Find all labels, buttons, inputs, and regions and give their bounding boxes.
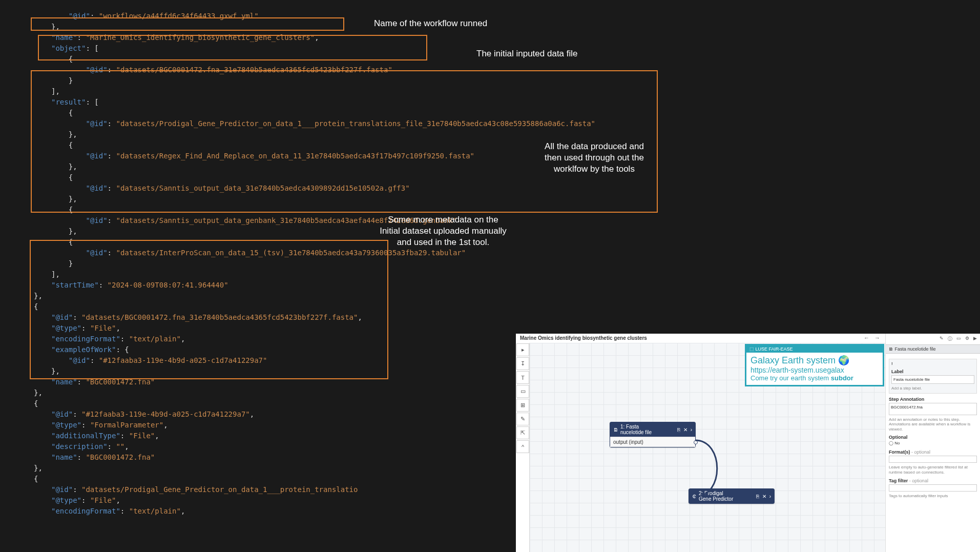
node-title: 2: Prodigal Gene Predictor (699, 490, 733, 502)
tagfilter-input[interactable] (889, 484, 977, 492)
warning-icon: ! (891, 361, 893, 366)
annotation-workflow-name: Name of the workflow runned (374, 18, 487, 29)
annotation-metadata: Some more metadata on the Initial datase… (369, 214, 517, 248)
clone-icon[interactable]: ⎘ (677, 427, 680, 433)
close-icon[interactable]: ✕ (683, 427, 687, 433)
label-input[interactable]: Fasta nucelotide file (891, 375, 974, 384)
label-placeholder-text: Add a step label. (891, 386, 974, 391)
node-output-row: output (input) (610, 437, 695, 447)
workflow-canvas[interactable]: ⬚ LUSE FAIR-EASE Galaxy Earth system 🌍 h… (530, 343, 885, 552)
clone-icon[interactable]: ⎘ (756, 494, 759, 499)
toolbar-pointer-icon[interactable]: ▸ (516, 343, 529, 356)
chevron-right-icon[interactable]: › (691, 427, 692, 433)
galaxy-banner: ⬚ LUSE FAIR-EASE Galaxy Earth system 🌍 h… (745, 344, 884, 386)
close-icon[interactable]: ✕ (762, 494, 766, 499)
formats-help-text: Leave empty to auto-generate filtered li… (889, 465, 977, 475)
node-output-label: output (input) (613, 439, 643, 445)
banner-link[interactable]: https://earth-system.usegalax (750, 366, 879, 374)
warning-note: ! Label Fasta nucelotide file Add a step… (889, 359, 977, 394)
gear-icon[interactable]: ⚙ (965, 336, 969, 342)
panel-action-icons: ✎ ⓘ ▭ ⚙ ▶ (886, 334, 980, 344)
file-icon: 🗎 (613, 427, 618, 433)
optional-field-label: Optional (889, 435, 977, 440)
workflow-node-prodigal[interactable]: ⚙ 2: Prodigal Gene Predictor ⎘ ✕ › (689, 488, 775, 504)
banner-subtitle: Come try our earth system subdor (750, 374, 879, 382)
node-title: 1: Fasta nucelotide file (620, 424, 652, 435)
highlight-box-metadata (30, 240, 388, 379)
formats-field-label: Format(s) - optional (889, 449, 977, 455)
connection-wire (694, 435, 796, 538)
optional-toggle[interactable]: ◯ No (889, 440, 977, 446)
canvas-toolbar: ▸ ↧ T ▭ ⊞ ✎ ⇱ ^ (516, 343, 530, 552)
label-field-label: Label (891, 369, 974, 374)
annotation-results: All the data produced and then used thro… (533, 141, 656, 175)
toolbar-box-icon[interactable]: ▭ (516, 385, 529, 398)
annotation-input[interactable]: BGC0001472.fna (889, 403, 977, 415)
annotation-input-file: The initial inputed data file (476, 48, 578, 59)
banner-top-label: ⬚ LUSE FAIR-EASE (746, 345, 883, 353)
file-icon: 🗎 (889, 346, 895, 352)
tagfilter-field-label: Tag filter - optional (889, 478, 977, 483)
toolbar-edit-icon[interactable]: ✎ (516, 413, 529, 425)
toolbar-home-icon[interactable]: ⇱ (516, 426, 529, 439)
toolbar-text-icon[interactable]: T (516, 371, 529, 384)
chevron-right-icon[interactable]: › (769, 494, 771, 499)
annotation-field-label: Step Annotation (889, 397, 977, 402)
highlight-box-object (38, 35, 427, 60)
toolbar-collapse-icon[interactable]: ^ (516, 440, 529, 453)
tagfilter-help-text: Tags to automatically filter inputs (889, 494, 977, 499)
nav-back-icon[interactable]: ← (864, 335, 869, 341)
nav-forward-icon[interactable]: → (874, 335, 880, 341)
highlight-box-name (31, 17, 344, 31)
step-properties-panel: ✎ ⓘ ▭ ⚙ ▶ 🗎 Fasta nucelotide file ! Labe… (885, 334, 980, 552)
run-icon[interactable]: ▶ (973, 336, 977, 342)
info-icon[interactable]: ⓘ (948, 336, 952, 342)
workflow-title: Marine Omics identifying biosynthetic ge… (520, 335, 647, 341)
report-icon[interactable]: ▭ (956, 336, 961, 342)
node-header: ⚙ 2: Prodigal Gene Predictor ⎘ ✕ › (689, 489, 774, 503)
toolbar-import-icon[interactable]: ↧ (516, 357, 529, 370)
banner-title: Galaxy Earth system 🌍 (750, 355, 879, 366)
annotation-help-text: Add an annotation or notes to this step.… (889, 417, 977, 432)
edit-icon[interactable]: ✎ (940, 336, 944, 342)
node-header: 🗎 1: Fasta nucelotide file ⎘ ✕ › (610, 422, 695, 437)
toolbar-grid-icon[interactable]: ⊞ (516, 399, 529, 412)
tool-icon: ⚙ (692, 494, 697, 499)
formats-input[interactable] (889, 456, 977, 463)
panel-section-header: 🗎 Fasta nucelotide file (886, 344, 980, 354)
panel-section-title: Fasta nucelotide file (895, 346, 936, 352)
galaxy-header-nav: ← → (864, 335, 880, 341)
galaxy-workflow-editor: Marine Omics identifying biosynthetic ge… (516, 334, 980, 552)
output-port[interactable] (694, 440, 698, 444)
workflow-node-input[interactable]: 🗎 1: Fasta nucelotide file ⎘ ✕ › output … (610, 422, 696, 447)
